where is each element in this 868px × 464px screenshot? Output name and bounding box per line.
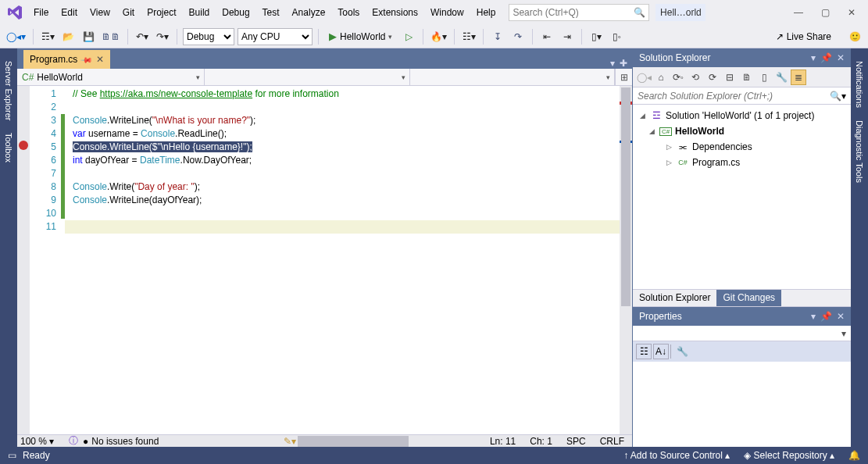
nav-scope-member[interactable] xyxy=(410,69,616,85)
window-menu-icon[interactable]: ▾ xyxy=(811,52,816,63)
window-menu-icon[interactable]: ▾ xyxy=(811,311,816,322)
outdent-icon[interactable]: ⇤ xyxy=(538,28,555,45)
menu-tools[interactable]: Tools xyxy=(332,4,365,21)
undo-icon[interactable]: ↶▾ xyxy=(134,28,151,45)
menu-test[interactable]: Test xyxy=(257,4,285,21)
menu-extensions[interactable]: Extensions xyxy=(366,4,423,21)
menu-view[interactable]: View xyxy=(84,4,116,21)
notifications-tab[interactable]: Notifications xyxy=(853,55,866,114)
menu-edit[interactable]: Edit xyxy=(55,4,83,21)
indent-icon[interactable]: ⇥ xyxy=(559,28,576,45)
split-editor-icon[interactable]: ⊞ xyxy=(615,69,632,85)
menu-debug[interactable]: Debug xyxy=(216,4,255,21)
close-tab-icon[interactable]: ✕ xyxy=(96,54,104,65)
nav-back-icon[interactable]: ◯◂▾ xyxy=(5,28,27,45)
zoom-level[interactable]: 100 % ▾ xyxy=(17,436,64,447)
new-project-icon[interactable]: ☶▾ xyxy=(39,28,56,45)
issues-status[interactable]: No issues found xyxy=(91,436,159,447)
project-node[interactable]: ◢ C# HelloWorld xyxy=(633,123,851,139)
solution-explorer-search[interactable]: 🔍▾ xyxy=(633,87,851,105)
property-object-select[interactable]: ▾ xyxy=(633,326,851,341)
save-icon[interactable]: 💾 xyxy=(80,28,97,45)
panel-close-icon[interactable]: ✕ xyxy=(837,52,845,63)
file-node-program[interactable]: ▷ C# Program.cs xyxy=(633,155,851,170)
active-files-dropdown-icon[interactable]: ▾ xyxy=(610,58,615,69)
se-search-input[interactable] xyxy=(638,91,830,102)
menu-analyze[interactable]: Analyze xyxy=(287,4,331,21)
menu-project[interactable]: Project xyxy=(141,4,181,21)
tab-git-changes[interactable]: Git Changes xyxy=(716,290,781,306)
expand-icon[interactable]: ▷ xyxy=(664,143,673,151)
live-share-button[interactable]: ↗ Live Share xyxy=(776,31,831,42)
save-all-icon[interactable]: 🗎🗎 xyxy=(100,28,122,45)
open-file-icon[interactable]: 📂 xyxy=(59,28,77,45)
back-icon[interactable]: ◯◂ xyxy=(636,70,652,85)
menu-help[interactable]: Help xyxy=(471,4,502,21)
start-without-debug-icon[interactable]: ▷ xyxy=(400,28,417,45)
redo-icon[interactable]: ↷▾ xyxy=(154,28,171,45)
horizontal-scrollbar[interactable] xyxy=(298,436,488,447)
toolbox-tab[interactable]: Toolbox xyxy=(2,127,15,169)
info-icon[interactable]: ⓘ xyxy=(69,434,78,447)
project-name-badge[interactable]: Hell…orld xyxy=(655,4,705,21)
sync-view-icon[interactable]: ⟳◦ xyxy=(670,70,686,85)
property-grid[interactable] xyxy=(633,362,851,447)
uncomment-icon[interactable]: ▯◦ xyxy=(608,28,625,45)
menu-file[interactable]: File xyxy=(28,4,54,21)
pending-changes-icon[interactable]: ⟲ xyxy=(688,70,703,85)
nav-scope-project[interactable]: C# HelloWorld xyxy=(17,69,205,85)
browse-icon[interactable]: ☷▾ xyxy=(460,28,477,45)
dependencies-node[interactable]: ▷ ⫘ Dependencies xyxy=(633,139,851,155)
menu-build[interactable]: Build xyxy=(184,4,216,21)
view-switcher-icon[interactable]: ≣ xyxy=(791,70,806,85)
expand-icon[interactable]: ▷ xyxy=(664,159,673,166)
window-close-icon[interactable]: ✕ xyxy=(838,0,865,25)
vertical-scrollbar[interactable] xyxy=(620,86,632,434)
alphabetical-icon[interactable]: A↓ xyxy=(653,344,669,359)
autohide-icon[interactable]: 📌 xyxy=(820,52,832,63)
notifications-bell-icon[interactable]: 🔔 xyxy=(848,450,860,461)
show-all-files-icon[interactable]: 🗎 xyxy=(739,70,755,85)
step-into-icon[interactable]: ↧ xyxy=(489,28,506,45)
nav-scope-type[interactable] xyxy=(205,69,410,85)
property-pages-icon[interactable]: 🔧 xyxy=(674,344,690,359)
preview-selected-icon[interactable]: ▯ xyxy=(756,70,772,85)
select-repository[interactable]: ◈ Select Repository ▴ xyxy=(744,450,834,461)
line-ending[interactable]: CRLF xyxy=(600,436,624,447)
edit-icon[interactable]: ✎▾ xyxy=(284,436,296,447)
server-explorer-tab[interactable]: Server Explorer xyxy=(2,55,15,127)
step-over-icon[interactable]: ↷ xyxy=(509,28,527,45)
indent-mode[interactable]: SPC xyxy=(566,436,586,447)
output-window-icon[interactable]: ▭ xyxy=(8,450,16,461)
home-icon[interactable]: ⌂ xyxy=(653,70,669,85)
panel-close-icon[interactable]: ✕ xyxy=(837,311,845,322)
pin-icon[interactable]: 📌 xyxy=(80,53,93,66)
properties-header[interactable]: Properties ▾ 📌 ✕ xyxy=(633,307,851,326)
hot-reload-icon[interactable]: 🔥▾ xyxy=(429,28,448,45)
menu-git[interactable]: Git xyxy=(117,4,140,21)
solution-explorer-header[interactable]: Solution Explorer ▾ 📌 ✕ xyxy=(633,48,851,67)
window-float-icon[interactable]: ✚ xyxy=(620,58,627,69)
comment-icon[interactable]: ▯▾ xyxy=(588,28,605,45)
breakpoint-icon[interactable] xyxy=(19,141,28,150)
solution-node[interactable]: ◢ ☲ Solution 'HelloWorld' (1 of 1 projec… xyxy=(633,108,851,123)
window-maximize-icon[interactable]: ▢ xyxy=(812,0,838,25)
expand-icon[interactable]: ◢ xyxy=(647,127,656,135)
solution-platform-select[interactable]: Any CPU xyxy=(238,28,313,45)
code-editor[interactable]: // See https://aka.ms/new-console-templa… xyxy=(65,86,620,434)
file-tab-program[interactable]: Program.cs 📌 ✕ xyxy=(23,50,110,69)
global-search[interactable]: 🔍 xyxy=(509,4,649,21)
solution-config-select[interactable]: Debug xyxy=(183,28,234,45)
expand-icon[interactable]: ◢ xyxy=(638,112,647,120)
refresh-icon[interactable]: ⟳ xyxy=(705,70,720,85)
search-input[interactable] xyxy=(513,7,634,18)
categorized-icon[interactable]: ☷ xyxy=(636,344,652,359)
diagnostic-tools-tab[interactable]: Diagnostic Tools xyxy=(853,114,866,189)
collapse-all-icon[interactable]: ⊟ xyxy=(722,70,738,85)
tab-solution-explorer[interactable]: Solution Explorer xyxy=(633,290,716,306)
window-minimize-icon[interactable]: ― xyxy=(785,0,812,25)
menu-window[interactable]: Window xyxy=(425,4,470,21)
feedback-icon[interactable]: 🙂 xyxy=(846,28,863,45)
autohide-icon[interactable]: 📌 xyxy=(820,311,832,322)
properties-icon[interactable]: 🔧 xyxy=(773,70,789,85)
